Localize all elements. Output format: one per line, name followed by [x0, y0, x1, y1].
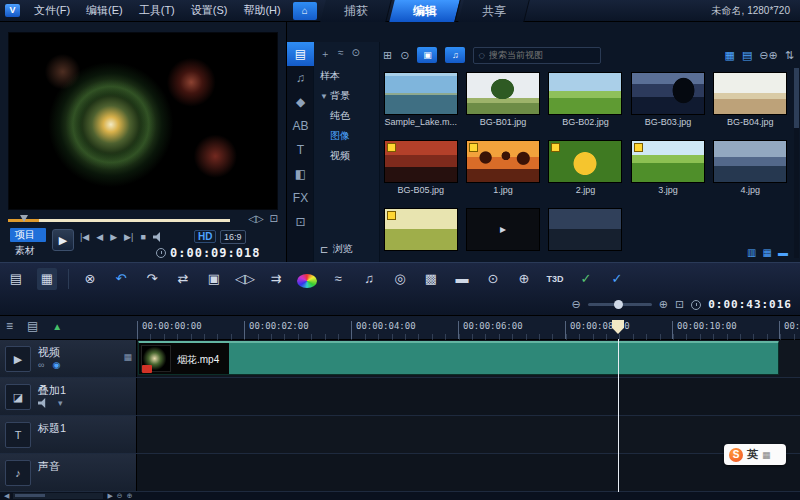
music-tool-icon[interactable]: ♫ [359, 268, 379, 290]
timeline-view-icon[interactable]: ▤ [6, 268, 26, 290]
timeline-ruler[interactable]: 00:00:00:00 00:00:02:00 00:00:04:00 00:0… [137, 316, 800, 340]
ime-badge[interactable]: S 英 ▦ [724, 444, 786, 465]
nav-image[interactable]: 图像 [314, 126, 379, 146]
track-audio-icon[interactable] [38, 398, 50, 408]
fit-timeline-icon[interactable]: ⊡ [675, 298, 684, 311]
title-category-icon[interactable]: T [287, 138, 314, 162]
menu-help[interactable]: 帮助(H) [235, 3, 288, 18]
track-content-title[interactable] [137, 416, 800, 453]
tab-capture[interactable]: 捕获 [320, 0, 391, 22]
overlay-category-icon[interactable]: ◧ [287, 162, 314, 186]
split-clip-icon[interactable]: ◁▷ [235, 268, 255, 290]
sort-icon[interactable]: ⇅ [785, 49, 794, 62]
library-item[interactable]: BG-B03.jpg [628, 72, 707, 140]
hd-badge[interactable]: HD [194, 230, 216, 243]
track-list-icon[interactable]: ≡ [6, 319, 13, 333]
filter-video-icon[interactable]: ▥ [747, 247, 756, 258]
search-input[interactable] [489, 50, 589, 60]
audio-category-icon[interactable]: ♫ [287, 66, 314, 90]
show-photos-icon[interactable]: ▣ [417, 47, 437, 63]
mix-tools-icon[interactable]: ⊗ [80, 268, 100, 290]
subtitle-icon[interactable]: ▬ [452, 268, 472, 290]
library-item[interactable]: BG-B05.jpg [381, 140, 460, 208]
media-category-icon[interactable]: ▤ [287, 42, 314, 66]
redo-icon[interactable]: ↷ [142, 268, 162, 290]
filter-audio-icon[interactable]: ▬ [778, 247, 788, 258]
play-button[interactable]: ▶ [52, 229, 74, 251]
mode-project-button[interactable]: 项目 [10, 228, 46, 242]
track-content-overlay[interactable] [137, 378, 800, 415]
tab-share[interactable]: 共享 [458, 0, 529, 22]
collapse-icon[interactable]: ≈ [338, 47, 344, 61]
prev-frame-icon[interactable]: ◀ [96, 232, 103, 242]
add-track-icon[interactable]: ▲ [52, 321, 62, 332]
stop-icon[interactable]: ■ [140, 232, 145, 242]
pan-zoom-icon[interactable]: ▣ [204, 268, 224, 290]
nav-video[interactable]: 视频 [314, 146, 379, 166]
time-remap-icon[interactable]: ⇉ [266, 268, 286, 290]
zoom-out-icon[interactable]: ⊖ [571, 298, 580, 311]
track-content-video[interactable]: 烟花.mp4 [137, 340, 800, 377]
volume-icon[interactable] [153, 232, 165, 242]
chevron-down-icon[interactable]: ▾ [58, 398, 63, 408]
library-item[interactable]: 1.jpg [463, 140, 542, 208]
preview-timecode[interactable]: 0:00:09:018 [170, 246, 260, 260]
split-clip-icon[interactable]: ◁▷ [248, 213, 263, 224]
multicam-icon[interactable]: ▩ [421, 268, 441, 290]
scroll-left-icon[interactable]: ◀ [4, 492, 9, 500]
filter-category-icon[interactable]: FX [287, 186, 314, 210]
show-audio-icon[interactable]: ♫ [445, 47, 465, 63]
thumb-view-icon[interactable]: ▦ [725, 49, 735, 62]
import-media-icon[interactable]: ⊞ [383, 49, 392, 62]
enlarge-preview-icon[interactable]: ⊡ [270, 213, 278, 224]
ime-menu-icon[interactable]: ▦ [762, 450, 771, 460]
track-options-icon[interactable]: ▦ [123, 352, 132, 362]
undo-icon[interactable]: ↶ [111, 268, 131, 290]
draw-icon[interactable]: ◉ [52, 360, 60, 370]
menu-settings[interactable]: 设置(S) [183, 3, 236, 18]
timeline-clip-fireworks[interactable]: 烟花.mp4 [138, 341, 779, 375]
filter-photo-icon[interactable]: ▦ [763, 247, 772, 258]
preview-video[interactable] [8, 32, 278, 210]
library-item[interactable]: 3.jpg [628, 140, 707, 208]
track-header-video[interactable]: ▶ 视频 ∞ ◉ ▦ [0, 340, 137, 377]
home-icon[interactable]: ⌂ [293, 2, 317, 20]
wave-editor-icon[interactable]: ≈ [328, 268, 348, 290]
scrub-bar[interactable] [8, 219, 230, 222]
next-frame-icon[interactable]: ▶ [110, 232, 117, 242]
color-wheel-icon[interactable] [297, 274, 317, 288]
nav-sample[interactable]: 样本 [314, 66, 379, 86]
library-scrollbar[interactable] [794, 68, 799, 258]
timeline-hscrollbar[interactable] [13, 493, 103, 499]
nav-solid-color[interactable]: 纯色 [314, 106, 379, 126]
transition-category-icon[interactable]: AB [287, 114, 314, 138]
zoom-out-small-icon[interactable]: ⊖ [117, 492, 123, 500]
library-item[interactable]: BG-B02.jpg [546, 72, 625, 140]
scrub-marker-icon[interactable] [20, 215, 28, 222]
zoom-in-icon[interactable]: ⊕ [659, 298, 668, 311]
check-blue-icon[interactable]: ✓ [607, 268, 627, 290]
tab-edit[interactable]: 编辑 [389, 0, 460, 22]
track-header-overlay[interactable]: ◪ 叠加1 ▾ [0, 378, 137, 415]
library-item[interactable]: 4.jpg [711, 140, 790, 208]
library-item[interactable]: BG-B04.jpg [711, 72, 790, 140]
zoom-in-small-icon[interactable]: ⊕ [127, 492, 133, 500]
track-manager-icon[interactable]: ▤ [27, 319, 38, 333]
add-folder-icon[interactable]: ＋ [320, 47, 330, 61]
scroll-right-icon[interactable]: ▶ [107, 492, 112, 500]
library-item[interactable]: Sample_Lake.m... [381, 72, 460, 140]
size-slider-icon[interactable]: ⊖⊕ [759, 49, 777, 62]
track-content-voice[interactable] [137, 454, 800, 491]
storyboard-view-icon[interactable]: ▦ [37, 268, 57, 290]
check-green-icon[interactable]: ✓ [576, 268, 596, 290]
link-icon[interactable]: ∞ [38, 360, 44, 370]
library-item[interactable]: BG-B01.jpg [463, 72, 542, 140]
path-category-icon[interactable]: ⊡ [287, 210, 314, 234]
track-header-voice[interactable]: ♪ 声音 [0, 454, 137, 491]
tracking-icon[interactable]: ⊕ [514, 268, 534, 290]
menu-file[interactable]: 文件(F) [26, 3, 78, 18]
graphic-category-icon[interactable]: ◆ [287, 90, 314, 114]
go-end-icon[interactable]: ▶| [124, 232, 133, 242]
go-start-icon[interactable]: |◀ [80, 232, 89, 242]
pin-icon[interactable]: ⊙ [352, 47, 360, 61]
